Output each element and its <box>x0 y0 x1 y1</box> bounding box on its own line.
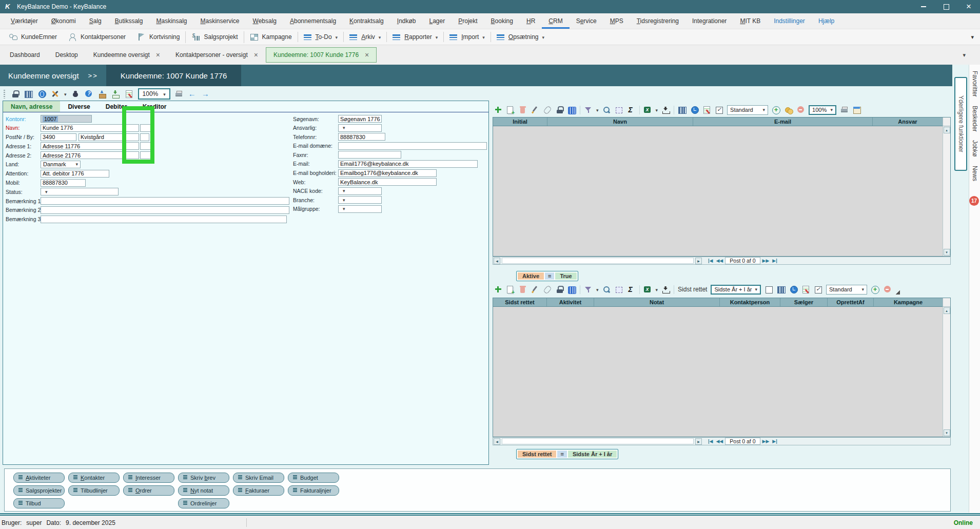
next-record-icon[interactable] <box>761 258 771 263</box>
previous-record-icon[interactable] <box>715 258 724 263</box>
malgruppe-select[interactable] <box>338 205 382 213</box>
search-icon[interactable] <box>602 285 611 294</box>
action-button[interactable]: Aktiviteter <box>13 473 65 483</box>
menu-item[interactable]: CRM <box>542 13 569 29</box>
table-view-icon[interactable] <box>678 106 687 114</box>
checkbox-icon[interactable] <box>715 106 723 114</box>
chevron-down-icon[interactable] <box>596 106 599 113</box>
view-select[interactable]: Standard <box>727 105 768 115</box>
menu-item[interactable]: Websalg <box>246 13 283 29</box>
menu-item[interactable]: Indkøb <box>390 13 423 29</box>
circle-plus-icon[interactable] <box>772 106 780 114</box>
document-tab[interactable]: Desktop <box>48 47 86 63</box>
menu-item[interactable]: Indstillinger <box>767 13 812 29</box>
action-button[interactable]: Salgsprojekter <box>13 485 65 496</box>
web-icon[interactable] <box>439 179 446 186</box>
lock-icon[interactable] <box>555 285 564 294</box>
filter-icon[interactable] <box>584 285 593 294</box>
sum-icon[interactable] <box>627 106 636 114</box>
status-select[interactable] <box>41 188 119 195</box>
chevron-down-icon[interactable] <box>656 286 658 293</box>
action-button[interactable]: Budget <box>288 473 339 483</box>
menu-item[interactable]: Maskinservice <box>193 13 246 29</box>
toolbar-overflow-chevron-icon[interactable] <box>971 33 974 41</box>
chevron-down-icon[interactable] <box>596 286 599 293</box>
circle-plus-icon[interactable] <box>871 285 879 294</box>
contacts-grid-body[interactable] <box>493 126 943 256</box>
minimize-button[interactable] <box>912 0 935 13</box>
remove-icon[interactable] <box>883 285 892 294</box>
column-header[interactable]: Navn <box>547 117 693 126</box>
attachment-icon[interactable] <box>543 106 552 114</box>
resize-corner-icon[interactable] <box>895 290 900 295</box>
form-tab[interactable]: Navn, adresse <box>3 101 60 112</box>
next-record-icon[interactable] <box>761 439 771 444</box>
print-icon[interactable] <box>840 106 849 114</box>
action-button[interactable]: Tilbud <box>13 498 65 508</box>
help-icon[interactable] <box>85 90 93 99</box>
menu-item[interactable]: Lager <box>423 13 452 29</box>
mobil-input[interactable]: 88887830 <box>41 179 86 187</box>
lock-icon[interactable] <box>11 90 19 99</box>
scroll-left-icon[interactable] <box>494 258 500 264</box>
table-view-icon[interactable] <box>777 285 786 294</box>
maximize-button[interactable] <box>935 0 957 13</box>
bem3-input[interactable] <box>41 215 287 223</box>
toolbar-button[interactable]: To-Do <box>298 32 344 42</box>
bem1-input[interactable] <box>41 197 289 205</box>
export-icon[interactable] <box>661 106 670 114</box>
vertical-scrollbar[interactable] <box>943 307 950 437</box>
grip-handle-icon[interactable] <box>3 90 6 99</box>
menu-item[interactable]: Tidsregistrering <box>630 13 685 29</box>
action-button[interactable]: Ordrelinjer <box>178 498 229 508</box>
column-header[interactable]: Notat <box>594 298 720 306</box>
columns-icon[interactable] <box>567 285 576 294</box>
edge-panel-tab[interactable]: Beskeder <box>971 106 978 132</box>
notes-icon[interactable] <box>125 90 133 99</box>
column-header[interactable]: Sidst rettet <box>493 298 547 306</box>
kontonr-input[interactable]: 1007 <box>41 115 92 123</box>
action-button[interactable]: Skriv brev <box>178 473 229 483</box>
first-record-icon[interactable] <box>707 439 714 444</box>
telefonnr-input[interactable]: 88887830 <box>338 133 385 141</box>
close-button[interactable] <box>957 0 980 13</box>
print-icon[interactable] <box>175 90 184 99</box>
sum-icon[interactable] <box>627 285 636 294</box>
menu-item[interactable]: Booking <box>484 13 520 29</box>
toolbar-button[interactable]: Kampagne <box>244 31 298 43</box>
action-button[interactable]: Fakturalinjer <box>288 485 339 496</box>
more-functions-tab[interactable]: Yderligere funktioner <box>954 77 967 171</box>
checkbox-icon[interactable] <box>814 285 822 294</box>
copy-add-icon[interactable] <box>506 106 515 114</box>
edge-panel-tab[interactable]: News <box>971 166 978 181</box>
navigate-back-icon[interactable] <box>188 90 197 99</box>
menu-item[interactable]: Økonomi <box>45 13 83 29</box>
scroll-up-icon[interactable] <box>944 307 950 314</box>
menu-item[interactable]: Salg <box>83 13 108 29</box>
column-header[interactable]: Kontaktperson <box>720 298 780 306</box>
action-button[interactable]: Ordrer <box>123 485 174 496</box>
toolbar-button[interactable]: Rapporter <box>386 32 443 42</box>
menu-item[interactable]: Kontraktsalg <box>343 13 390 29</box>
previous-record-icon[interactable] <box>715 439 724 444</box>
scroll-down-icon[interactable] <box>944 249 950 256</box>
action-button[interactable]: Kontakter <box>68 473 120 483</box>
select-region-icon[interactable] <box>615 285 623 294</box>
menu-item[interactable]: Maskinsalg <box>149 13 193 29</box>
mail-icon[interactable] <box>480 161 488 167</box>
lock-icon[interactable] <box>555 106 564 114</box>
scroll-left-icon[interactable] <box>494 438 500 445</box>
nace-select[interactable] <box>338 187 382 195</box>
view-select[interactable]: Standard <box>826 285 867 295</box>
filter-icon[interactable] <box>584 106 593 114</box>
edit-icon[interactable] <box>531 106 539 114</box>
calendar-icon[interactable] <box>852 106 861 114</box>
last-record-icon[interactable] <box>771 258 778 263</box>
document-tab[interactable]: Kontaktpersoner - oversigt <box>168 47 266 63</box>
scroll-down-icon[interactable] <box>944 429 950 436</box>
bem2-input[interactable] <box>41 206 289 214</box>
vertical-scrollbar[interactable] <box>943 126 950 256</box>
range-filter-select[interactable]: Sidste År + I år <box>711 285 761 295</box>
contacts-filter-chip[interactable]: Aktive = True <box>516 271 578 281</box>
first-record-icon[interactable] <box>707 258 714 263</box>
